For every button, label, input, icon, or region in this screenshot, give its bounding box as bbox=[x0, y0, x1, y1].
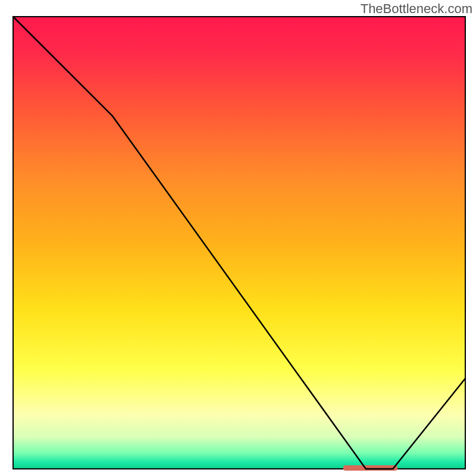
chart-container: TheBottleneck.com bbox=[0, 0, 476, 476]
bottleneck-chart bbox=[0, 0, 476, 476]
optimal-zone-marker bbox=[343, 465, 397, 471]
watermark-text: TheBottleneck.com bbox=[361, 1, 472, 17]
